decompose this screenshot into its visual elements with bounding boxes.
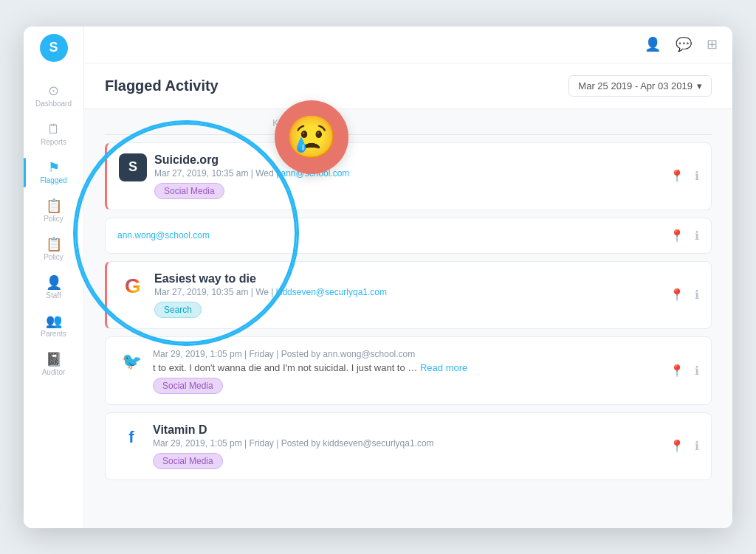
- suicide-org-icon: S: [119, 153, 147, 181]
- google-icon: G: [125, 274, 141, 298]
- row4-meta: Mar 29, 2019, 1:05 pm | Friday | Posted …: [153, 349, 662, 359]
- row4-text: t to exit. I don't wanna die and I'm not…: [153, 362, 662, 373]
- activity-row: f Vitamin D Mar 29, 2019, 1:05 pm | Frid…: [105, 412, 712, 480]
- sidebar-item-staff[interactable]: 👤 Staff: [24, 269, 83, 307]
- app-container: S ⊙ Dashboard 🗒 Reports ⚑ Flagged 📋 Poli…: [24, 27, 732, 528]
- info-icon[interactable]: ℹ: [695, 169, 699, 183]
- sidebar-item-parents[interactable]: 👥 Parents: [24, 307, 83, 345]
- row2-content: ann.wong@school.com: [117, 229, 662, 240]
- facebook-icon: f: [128, 428, 134, 447]
- sad-face-emoji: 😢: [286, 117, 337, 158]
- sidebar-item-reports[interactable]: 🗒 Reports: [24, 115, 83, 153]
- logo-letter: S: [49, 40, 58, 55]
- row5-title: Vitamin D: [153, 423, 662, 437]
- row2-actions: 📍 ℹ: [670, 229, 699, 243]
- row5-content: Vitamin D Mar 29, 2019, 1:05 pm | Friday…: [153, 423, 662, 469]
- row5-meta: Mar 29, 2019, 1:05 pm | Friday | Posted …: [153, 438, 662, 449]
- sidebar-logo[interactable]: S: [40, 34, 68, 62]
- auditor-icon: 📓: [46, 353, 62, 366]
- page-title: Flagged Activity: [105, 77, 219, 94]
- row3-badge: Search: [154, 302, 202, 318]
- pin-icon[interactable]: 📍: [670, 288, 684, 302]
- sidebar-item-policy1[interactable]: 📋 Policy: [24, 192, 83, 230]
- sidebar-item-auditor[interactable]: 📓 Auditor: [24, 345, 83, 384]
- reports-icon: 🗒: [47, 122, 61, 136]
- row1-actions: 📍 ℹ: [670, 169, 699, 183]
- pin-icon[interactable]: 📍: [670, 169, 684, 183]
- row5-icon-wrap: f: [117, 423, 145, 451]
- sidebar: S ⊙ Dashboard 🗒 Reports ⚑ Flagged 📋 Poli…: [24, 27, 84, 528]
- pin-icon[interactable]: 📍: [670, 364, 684, 378]
- policy2-icon: 📋: [46, 238, 62, 251]
- row2-email[interactable]: ann.wong@school.com: [117, 230, 210, 240]
- col-header-4: [524, 118, 608, 128]
- parents-icon: 👥: [46, 314, 62, 328]
- dashboard-icon: ⊙: [48, 84, 59, 97]
- row4-icon-wrap: 🐦: [117, 347, 145, 375]
- sidebar-label-staff: Staff: [46, 291, 61, 299]
- info-icon[interactable]: ℹ: [695, 439, 699, 453]
- pin-icon[interactable]: 📍: [670, 229, 684, 243]
- row4-badge: Social Media: [153, 378, 223, 394]
- row3-meta: Mar 27, 2019, 10:35 am | We | kiddseven@…: [154, 287, 662, 297]
- sidebar-label-policy1: Policy: [44, 215, 63, 223]
- row4-content: Mar 29, 2019, 1:05 pm | Friday | Posted …: [153, 347, 662, 394]
- row3-email[interactable]: kiddseven@securlyqa1.com: [276, 287, 387, 297]
- row3-icon-wrap: G: [119, 272, 147, 300]
- person-icon[interactable]: 👤: [645, 36, 661, 52]
- row1-title: Suicide.org: [154, 153, 662, 167]
- date-range-text: Mar 25 2019 - Apr 03 2019: [578, 80, 693, 91]
- twitter-icon: 🐦: [122, 352, 142, 371]
- chat-icon[interactable]: 💬: [676, 36, 692, 52]
- topbar: 👤 💬 ⊞: [84, 27, 732, 63]
- row5-badge: Social Media: [153, 453, 223, 469]
- row3-title: Easiest way to die: [154, 272, 662, 285]
- row1-meta: Mar 27, 2019, 10:35 am | Wed | ann@schoo…: [154, 168, 662, 179]
- col-header-6: [667, 118, 712, 128]
- col-header-empty: [105, 118, 272, 128]
- activity-row: 🐦 Mar 29, 2019, 1:05 pm | Friday | Poste…: [105, 336, 712, 405]
- sidebar-label-auditor: Auditor: [42, 368, 66, 376]
- row5-actions: 📍 ℹ: [670, 439, 699, 453]
- sidebar-label-flagged: Flagged: [40, 176, 66, 184]
- col-header-5: [608, 118, 667, 128]
- sidebar-label-policy2: Policy: [44, 253, 63, 261]
- row1-icon-wrap: S: [119, 153, 147, 181]
- row4-actions: 📍 ℹ: [670, 364, 699, 378]
- grid-icon[interactable]: ⊞: [707, 36, 718, 52]
- sidebar-label-reports: Reports: [41, 138, 66, 146]
- info-icon[interactable]: ℹ: [695, 229, 699, 243]
- policy1-icon: 📋: [46, 199, 62, 212]
- row1-badge: Social Media: [154, 183, 224, 199]
- activity-row: G Easiest way to die Mar 27, 2019, 10:35…: [105, 261, 712, 329]
- activity-row: ann.wong@school.com 📍 ℹ: [105, 218, 712, 254]
- sidebar-item-policy2[interactable]: 📋 Policy: [24, 230, 83, 269]
- row3-content: Easiest way to die Mar 27, 2019, 10:35 a…: [154, 272, 662, 318]
- sad-face-overlay: 😢: [275, 100, 348, 174]
- info-icon[interactable]: ℹ: [695, 288, 699, 302]
- read-more-link[interactable]: Read more: [420, 362, 467, 373]
- activity-row: S Suicide.org Mar 27, 2019, 10:35 am | W…: [105, 142, 712, 210]
- row2-meta: ann.wong@school.com: [117, 230, 662, 240]
- info-icon[interactable]: ℹ: [695, 364, 699, 378]
- date-range-button[interactable]: Mar 25 2019 - Apr 03 2019 ▾: [568, 75, 712, 97]
- row3-actions: 📍 ℹ: [670, 288, 699, 302]
- pin-icon[interactable]: 📍: [670, 439, 684, 453]
- sidebar-item-dashboard[interactable]: ⊙ Dashboard: [24, 77, 83, 115]
- staff-icon: 👤: [46, 276, 62, 289]
- table-area: Keywords S Suicide.org Mar 27, 2019, 10:…: [84, 109, 732, 528]
- chevron-down-icon: ▾: [697, 80, 702, 91]
- sidebar-label-parents: Parents: [41, 330, 66, 338]
- page-header: Flagged Activity Mar 25 2019 - Apr 03 20…: [84, 63, 732, 109]
- col-header-3: [399, 118, 525, 128]
- table-header: Keywords: [105, 109, 712, 135]
- main-content: 👤 💬 ⊞ Flagged Activity Mar 25 2019 - Apr…: [84, 27, 732, 528]
- sidebar-label-dashboard: Dashboard: [35, 100, 72, 108]
- sidebar-item-flagged[interactable]: ⚑ Flagged: [24, 153, 83, 192]
- row1-content: Suicide.org Mar 27, 2019, 10:35 am | Wed…: [154, 153, 662, 199]
- flagged-icon: ⚑: [48, 161, 60, 174]
